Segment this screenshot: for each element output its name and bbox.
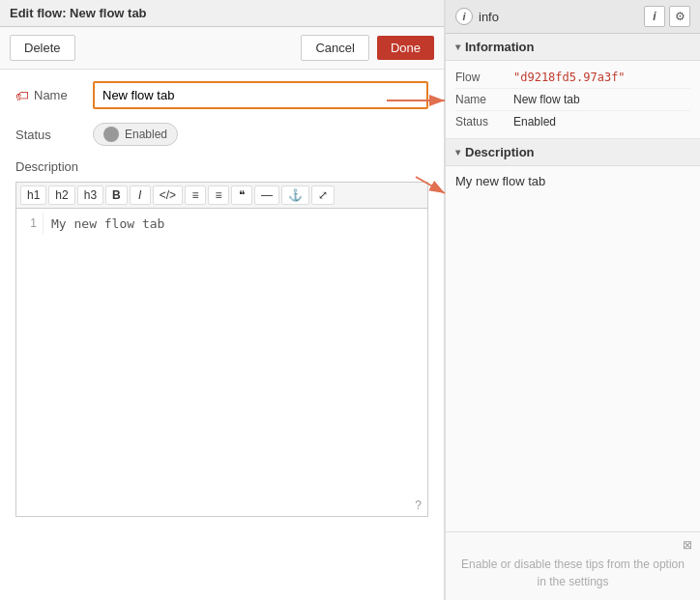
cancel-button[interactable]: Cancel	[301, 35, 368, 61]
right-header: i info i ⚙	[446, 0, 700, 34]
info-tab-button[interactable]: i	[644, 6, 665, 27]
settings-tab-button[interactable]: ⚙	[669, 6, 690, 27]
name-input[interactable]	[93, 81, 428, 109]
status-field-row: Status Enabled	[15, 123, 428, 146]
italic-button[interactable]: I	[130, 186, 151, 205]
ol-button[interactable]: ≡	[208, 186, 229, 205]
status-value: Enabled	[513, 115, 556, 129]
editor-toolbar: h1 h2 h3 B I </> ≡ ≡ ❝ — ⚓ ⤢	[15, 182, 428, 208]
description-content: My new flow tab	[446, 166, 700, 196]
status-key: Status	[455, 115, 513, 129]
blockquote-button[interactable]: ❝	[231, 186, 252, 205]
tag-icon: 🏷	[15, 88, 29, 103]
description-label: Description	[465, 145, 535, 159]
form-area: 🏷 Name Status Enabled Description h1 h2 …	[0, 70, 444, 600]
editor-help[interactable]: ?	[415, 499, 422, 512]
link-button[interactable]: ⚓	[281, 186, 309, 205]
status-label: Status	[15, 128, 93, 142]
hr-button[interactable]: —	[254, 186, 279, 205]
tips-close-icon[interactable]: ⊠	[683, 538, 692, 552]
status-value: Enabled	[125, 128, 167, 141]
flow-value: "d9218fd5.97a3f"	[513, 71, 626, 84]
info-flow-row: Flow "d9218fd5.97a3f"	[455, 67, 690, 89]
tips-text: Enable or disable these tips from the op…	[455, 542, 690, 590]
name-field-row: 🏷 Name	[15, 81, 428, 109]
name-label: 🏷 Name	[15, 88, 93, 103]
ul-button[interactable]: ≡	[185, 186, 206, 205]
tips-section: ⊠ Enable or disable these tips from the …	[446, 531, 700, 600]
flow-key: Flow	[455, 71, 513, 84]
toggle-circle	[103, 127, 119, 142]
description-section-header: ▾ Description	[446, 139, 700, 166]
h2-button[interactable]: h2	[48, 186, 74, 205]
chevron-desc-icon: ▾	[455, 147, 460, 157]
editor-area[interactable]: 1 My new flow tab ?	[15, 208, 428, 517]
line-numbers: 1	[20, 213, 44, 235]
name-key: Name	[455, 93, 513, 106]
description-label: Description	[15, 159, 428, 174]
right-panel: i info i ⚙ ▾ Information Flow "d9218fd5.…	[445, 0, 700, 600]
info-status-row: Status Enabled	[455, 111, 690, 132]
editor-text: My new flow tab	[44, 213, 172, 235]
h1-button[interactable]: h1	[20, 186, 46, 205]
name-value: New flow tab	[513, 93, 580, 106]
info-tab-icon: i	[653, 10, 656, 23]
form-toolbar: Delete Cancel Done	[0, 27, 444, 70]
information-label: Information	[465, 40, 535, 54]
panel-title: Edit flow: New flow tab	[10, 6, 147, 20]
code-button[interactable]: </>	[153, 186, 183, 205]
expand-button[interactable]: ⤢	[311, 186, 335, 205]
right-panel-title: info	[479, 10, 638, 24]
panel-header: Edit flow: New flow tab	[0, 0, 444, 27]
delete-button[interactable]: Delete	[10, 35, 75, 61]
done-button[interactable]: Done	[377, 36, 434, 60]
right-header-icons: i ⚙	[644, 6, 690, 27]
status-toggle[interactable]: Enabled	[93, 123, 178, 146]
chevron-icon: ▾	[455, 42, 460, 52]
h3-button[interactable]: h3	[77, 186, 103, 205]
gear-icon: ⚙	[675, 10, 685, 23]
information-section-header: ▾ Information	[446, 34, 700, 61]
left-panel: Edit flow: New flow tab Delete Cancel Do…	[0, 0, 445, 600]
info-icon: i	[455, 8, 473, 25]
description-section: My new flow tab	[446, 166, 700, 531]
bold-button[interactable]: B	[105, 186, 128, 205]
editor-content: 1 My new flow tab	[16, 209, 427, 239]
information-table: Flow "d9218fd5.97a3f" Name New flow tab …	[446, 61, 700, 139]
info-name-row: Name New flow tab	[455, 89, 690, 111]
